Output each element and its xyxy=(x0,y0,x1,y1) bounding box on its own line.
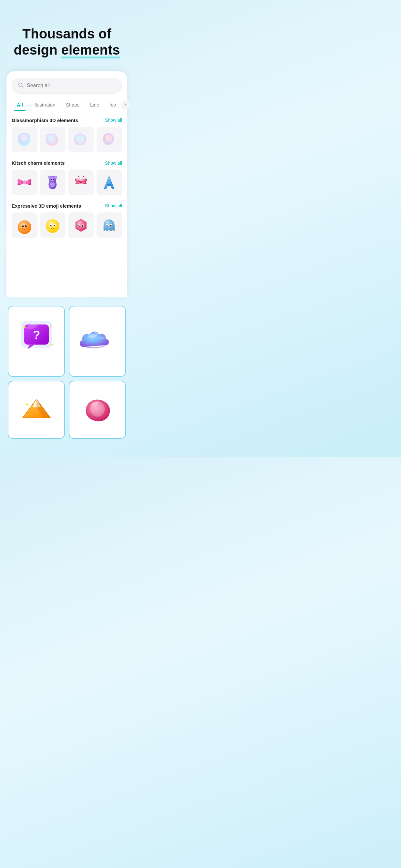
svg-line-1 xyxy=(22,86,23,87)
mountain-illustration: ✦ xyxy=(13,386,59,433)
kitsch-butterfly[interactable] xyxy=(68,169,94,195)
svg-point-19 xyxy=(25,225,27,227)
emoji-yellow[interactable] xyxy=(40,213,66,238)
kitsch-title: Kitsch charm elements xyxy=(11,160,65,166)
tab-shape[interactable]: Shape xyxy=(61,99,85,111)
glass-item-4[interactable] xyxy=(96,127,122,153)
svg-point-12 xyxy=(51,182,55,187)
emoji3d-show-all[interactable]: Show all xyxy=(105,203,122,208)
emoji3d-grid xyxy=(11,213,122,238)
kitsch-bear[interactable] xyxy=(40,169,66,195)
svg-point-32 xyxy=(81,221,81,221)
svg-point-17 xyxy=(18,220,31,234)
svg-text:✦: ✦ xyxy=(50,342,54,347)
svg-point-13 xyxy=(81,180,81,184)
tab-all[interactable]: All xyxy=(11,99,28,111)
glass-item-2[interactable] xyxy=(40,127,66,153)
svg-point-20 xyxy=(23,225,24,226)
svg-text:✦: ✦ xyxy=(49,324,52,329)
main-card: All Illustration Shape Line Ico › Glassm… xyxy=(6,71,127,298)
hero-section: Thousands of design elements xyxy=(0,20,134,68)
tabs-bar: All Illustration Shape Line Ico › xyxy=(11,99,122,111)
featured-cards: ? ✦ ✦ ✦ xyxy=(0,301,134,444)
svg-text:✦: ✦ xyxy=(25,402,29,407)
featured-mountain-card[interactable]: ✦ xyxy=(8,381,65,439)
kitsch-grid xyxy=(11,169,122,195)
tabs-more-button[interactable]: › xyxy=(121,100,130,110)
featured-question-card[interactable]: ? ✦ ✦ ✦ xyxy=(8,306,65,377)
svg-text:?: ? xyxy=(33,329,40,342)
tab-line[interactable]: Line xyxy=(85,99,104,111)
svg-point-14 xyxy=(78,176,79,177)
svg-point-23 xyxy=(46,219,59,233)
hero-highlight: elements xyxy=(61,42,120,58)
svg-point-48 xyxy=(107,225,108,226)
search-icon xyxy=(18,82,24,89)
svg-point-2 xyxy=(23,181,26,184)
glass-item-3[interactable] xyxy=(68,127,94,153)
glassmorphism-title: Glassmorphism 3D elements xyxy=(11,118,78,123)
svg-point-8 xyxy=(55,177,57,179)
svg-point-42 xyxy=(83,226,85,227)
emoji-pink-hex[interactable] xyxy=(68,213,94,238)
glass-item-1[interactable] xyxy=(11,127,37,153)
svg-point-21 xyxy=(26,225,27,226)
glassmorphism-show-all[interactable]: Show all xyxy=(105,118,122,123)
kitsch-section: Kitsch charm elements Show all xyxy=(11,160,122,195)
cloud-illustration xyxy=(74,312,120,371)
glassmorphism-grid xyxy=(11,127,122,153)
svg-point-29 xyxy=(55,225,55,225)
svg-point-28 xyxy=(51,225,52,225)
emoji-orange[interactable] xyxy=(11,213,37,238)
emoji3d-title: Expressive 3D emoji elements xyxy=(11,203,81,209)
hero-title: Thousands of design elements xyxy=(13,26,121,58)
page-wrapper: Thousands of design elements All Illustr… xyxy=(0,0,134,457)
svg-point-33 xyxy=(83,222,84,222)
search-bar[interactable] xyxy=(11,78,122,94)
featured-cloud-card[interactable] xyxy=(69,306,126,377)
question-bubble-illustration: ? ✦ ✦ ✦ xyxy=(13,312,59,371)
abstract-illustration xyxy=(74,386,120,433)
search-input[interactable] xyxy=(27,83,116,89)
svg-point-49 xyxy=(111,225,112,226)
kitsch-show-all[interactable]: Show all xyxy=(105,160,122,166)
svg-point-39 xyxy=(79,225,80,226)
svg-point-41 xyxy=(77,226,79,227)
svg-point-10 xyxy=(53,179,54,180)
svg-point-15 xyxy=(83,176,84,177)
svg-point-9 xyxy=(51,179,52,180)
svg-point-40 xyxy=(83,225,83,226)
svg-point-18 xyxy=(22,225,24,227)
svg-point-7 xyxy=(49,177,51,179)
tab-illustration[interactable]: Illustration xyxy=(28,99,60,111)
tab-icon[interactable]: Ico xyxy=(104,99,121,111)
glassmorphism-section: Glassmorphism 3D elements Show all xyxy=(11,118,122,153)
emoji3d-header: Expressive 3D emoji elements Show all xyxy=(11,203,122,209)
kitsch-header: Kitsch charm elements Show all xyxy=(11,160,122,166)
emoji-blue-ghost[interactable] xyxy=(96,213,122,238)
kitsch-bow[interactable] xyxy=(11,169,37,195)
featured-abstract-card[interactable] xyxy=(69,381,126,439)
kitsch-letter-a[interactable] xyxy=(96,169,122,195)
glassmorphism-header: Glassmorphism 3D elements Show all xyxy=(11,118,122,123)
emoji3d-section: Expressive 3D emoji elements Show all xyxy=(11,203,122,238)
svg-text:✦: ✦ xyxy=(22,324,27,330)
